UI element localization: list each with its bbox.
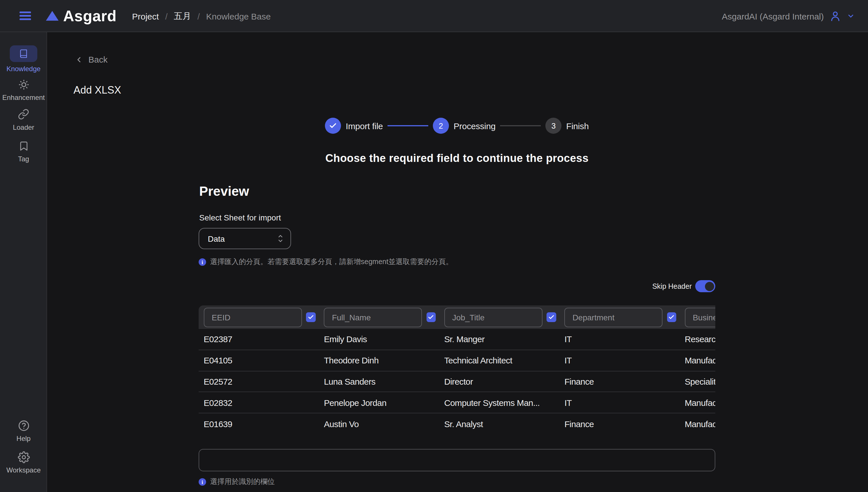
table-cell: Technical Architect xyxy=(444,355,564,365)
breadcrumb-current: Knowledge Base xyxy=(206,11,271,21)
stepper: Import file 2 Processing 3 Finish xyxy=(199,118,715,134)
table-cell: Luna Sanders xyxy=(324,377,444,386)
table-cell: Finance xyxy=(564,419,685,429)
table-cell: Manufactur xyxy=(685,419,715,429)
skip-header-toggle[interactable] xyxy=(695,280,715,292)
step-instruction: Choose the required field to continue th… xyxy=(199,152,715,165)
breadcrumb-project[interactable]: Project xyxy=(132,11,159,21)
table-cell: Sr. Analyst xyxy=(444,419,564,429)
user-icon xyxy=(829,10,841,22)
table-cell: IT xyxy=(564,335,685,344)
info-icon: i xyxy=(199,478,206,486)
sidebar-item-loader[interactable]: Loader xyxy=(0,108,47,131)
skip-header-control: Skip Header xyxy=(652,280,715,292)
table-row: E02572Luna SandersDirectorFinanceSpecial… xyxy=(199,371,715,392)
sidebar-item-tag[interactable]: Tag xyxy=(0,140,47,163)
table-cell: E02387 xyxy=(203,335,324,344)
main-content: Back Add XLSX Import file 2 Processing xyxy=(47,32,868,492)
link-icon xyxy=(17,108,30,121)
column-checkbox[interactable] xyxy=(667,313,676,322)
column-header-Department: Department xyxy=(564,308,685,327)
step-check-icon xyxy=(325,118,341,134)
back-button[interactable]: Back xyxy=(75,54,108,64)
sidebar-item-workspace[interactable]: Workspace xyxy=(0,451,47,474)
table-cell: Austin Vo xyxy=(324,419,444,429)
bookmark-icon xyxy=(17,140,30,152)
column-name-input[interactable]: Full_Name xyxy=(324,308,422,327)
page-title: Add XLSX xyxy=(73,84,121,96)
brand-name: Asgard xyxy=(63,7,117,25)
table-row: E01639Austin VoSr. AnalystFinanceManufac… xyxy=(199,413,715,435)
table-cell: Manufactur xyxy=(685,398,715,408)
identify-hint: i 選擇用於識別的欄位 xyxy=(199,477,275,487)
table-cell: Theodore Dinh xyxy=(324,355,444,365)
menu-icon[interactable] xyxy=(20,11,31,20)
breadcrumb-separator: / xyxy=(165,11,167,21)
skip-header-label: Skip Header xyxy=(652,282,692,290)
column-name-input[interactable]: Business xyxy=(685,308,715,327)
sheet-select[interactable]: Data xyxy=(199,228,291,249)
step-processing: 2 Processing xyxy=(433,118,541,134)
topbar: Asgard Project / 五月 / Knowledge Base Asg… xyxy=(0,0,868,32)
column-checkbox[interactable] xyxy=(547,313,556,322)
table-header: EEIDFull_NameJob_TitleDepartmentBusiness xyxy=(199,305,715,329)
table-cell: Research xyxy=(685,335,715,344)
chevron-down-icon xyxy=(847,12,855,20)
column-header-Job_Title: Job_Title xyxy=(444,308,564,327)
table-cell: Computer Systems Man... xyxy=(444,398,564,408)
sheet-select-value: Data xyxy=(208,234,277,243)
unfold-more-icon xyxy=(277,233,284,243)
table-cell: IT xyxy=(564,398,685,408)
breadcrumb-folder[interactable]: 五月 xyxy=(174,10,191,22)
table-cell: Finance xyxy=(564,377,685,386)
column-header-EEID: EEID xyxy=(203,308,324,327)
chevron-left-icon xyxy=(75,55,83,64)
info-icon: i xyxy=(199,259,206,266)
account-name: AsgardAI (Asgard Internal) xyxy=(722,11,824,21)
gear-icon xyxy=(17,451,30,463)
sidebar-item-help[interactable]: Help xyxy=(0,419,47,443)
sidebar-item-knowledge[interactable]: Knowledge xyxy=(0,45,47,73)
breadcrumb-separator: / xyxy=(197,11,200,21)
column-name-input[interactable]: Department xyxy=(564,308,663,327)
column-checkbox[interactable] xyxy=(306,313,316,322)
table-cell: E02572 xyxy=(203,377,324,386)
table-row: E04105Theodore DinhTechnical ArchitectIT… xyxy=(199,350,715,371)
column-name-input[interactable]: Job_Title xyxy=(444,308,542,327)
preview-table: EEIDFull_NameJob_TitleDepartmentBusiness… xyxy=(199,305,715,435)
table-cell: Sr. Manger xyxy=(444,335,564,344)
table-cell: IT xyxy=(564,355,685,365)
logo-icon xyxy=(46,11,58,21)
table-row: E02832Penelope JordanComputer Systems Ma… xyxy=(199,392,715,414)
column-name-input[interactable]: EEID xyxy=(203,308,302,327)
account-menu[interactable]: AsgardAI (Asgard Internal) xyxy=(722,0,855,32)
import-form: Import file 2 Processing 3 Finish Choose… xyxy=(199,32,715,492)
sheet-hint: i 選擇匯入的分頁。若需要選取更多分頁，請新增segment並選取需要的分頁。 xyxy=(199,257,453,267)
table-cell: Penelope Jordan xyxy=(324,398,444,408)
identify-field-input[interactable] xyxy=(199,449,715,471)
step-finish: 3 Finish xyxy=(546,118,589,134)
table-cell: E02832 xyxy=(203,398,324,408)
table-cell: Speciality xyxy=(685,377,715,386)
table-row: E02387Emily DavisSr. MangerITResearch xyxy=(199,329,715,350)
column-header-Business: Business xyxy=(685,308,715,327)
table-cell: E04105 xyxy=(203,355,324,365)
table-cell: Manufactur xyxy=(685,355,715,365)
preview-title: Preview xyxy=(199,184,249,199)
column-checkbox[interactable] xyxy=(426,313,436,322)
table-cell: Director xyxy=(444,377,564,386)
sidebar: Knowledge Enhancement Loader Tag Help xyxy=(0,32,47,492)
column-header-Full_Name: Full_Name xyxy=(324,308,444,327)
breadcrumb: Project / 五月 / Knowledge Base xyxy=(132,0,271,32)
sidebar-item-enhancement[interactable]: Enhancement xyxy=(0,78,47,102)
table-cell: E01639 xyxy=(203,419,324,429)
help-icon xyxy=(17,419,30,432)
sheet-select-label: Select Sheet for import xyxy=(199,213,281,222)
sun-icon xyxy=(17,78,30,91)
step-import-file: Import file xyxy=(325,118,428,134)
book-icon xyxy=(17,47,30,60)
table-cell: Emily Davis xyxy=(324,335,444,344)
